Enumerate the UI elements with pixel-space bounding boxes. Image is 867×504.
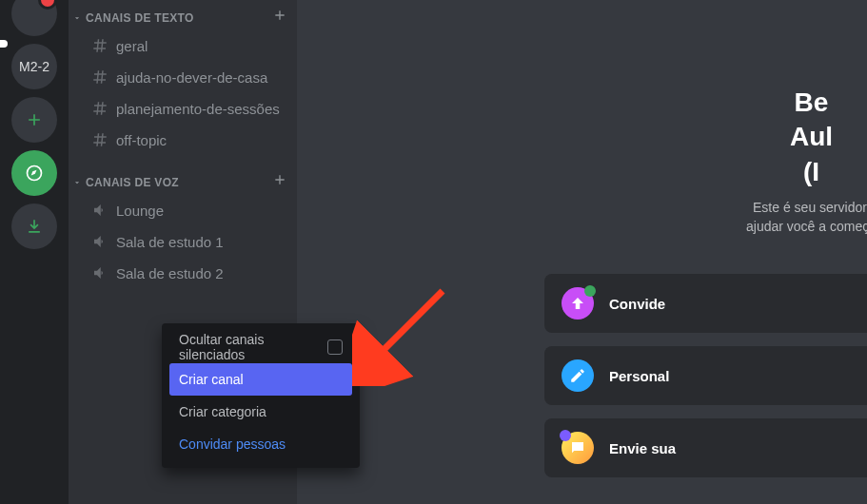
ctx-label: Criar categoria [179,404,343,419]
category-voice-channels[interactable]: CANAIS DE VOZ [69,165,297,194]
ctx-create-channel[interactable]: Criar canal [169,363,352,396]
card-title: Personal [609,368,669,384]
welcome-block: Be Aul (I Este é seu servidor, ajudar vo… [746,86,867,236]
voice-channel[interactable]: Sala de estudo 2 [76,258,289,288]
speaker-icon [91,202,110,219]
onboarding-cards: Convide Personal Envie sua [544,274,867,477]
category-label: CANAIS DE TEXTO [86,11,270,25]
category-label: CANAIS DE VOZ [86,176,270,189]
welcome-desc-line: Este é seu servidor, [753,200,867,215]
hash-icon [91,100,110,117]
card-title: Envie sua [609,440,676,456]
card-personalize[interactable]: Personal [544,346,867,405]
text-channel[interactable]: planejamento-de-sessões [76,93,289,124]
speaker-icon [91,233,110,250]
add-server-button[interactable] [11,97,57,143]
channel-name: Sala de estudo 2 [116,265,224,281]
text-channel[interactable]: off-topic [76,125,289,155]
server-rail: M2-2 [0,0,69,504]
add-channel-button[interactable] [270,8,289,28]
welcome-title-line: Aul [790,122,833,151]
card-send[interactable]: Envie sua [544,418,867,477]
main-content: Be Aul (I Este é seu servidor, ajudar vo… [297,0,867,504]
hash-icon [91,68,110,86]
ctx-label: Criar canal [179,372,343,387]
server-indicator-pill [0,40,8,48]
chevron-down-icon [72,174,86,191]
ctx-invite-people[interactable]: Convidar pessoas [169,428,352,460]
checkbox-icon[interactable] [327,339,343,355]
plus-icon [25,110,44,129]
compass-icon [25,164,44,183]
invite-icon [562,287,594,320]
pencil-icon [562,359,594,392]
server-icon-m22[interactable]: M2-2 [11,44,57,89]
voice-channel[interactable]: Sala de estudo 1 [76,226,289,257]
channel-name: Lounge [116,203,164,219]
add-channel-button[interactable] [270,172,289,192]
category-text-channels[interactable]: CANAIS DE TEXTO [69,0,297,29]
channel-name: geral [116,38,148,54]
server-label: M2-2 [19,59,49,74]
message-icon [562,432,594,464]
server-icon-top[interactable] [11,0,57,36]
chevron-down-icon [72,10,86,27]
ctx-label: Ocultar canais silenciados [179,332,327,362]
welcome-title-line: (I [803,157,819,186]
channel-name: off-topic [116,132,167,148]
card-title: Convide [609,296,665,312]
context-menu: Ocultar canais silenciados Criar canal C… [162,323,360,468]
ctx-mute-toggle[interactable]: Ocultar canais silenciados [169,331,352,363]
text-channel[interactable]: ajuda-no-dever-de-casa [76,62,289,92]
welcome-title-line: Be [795,87,829,117]
voice-channel[interactable]: Lounge [76,195,289,225]
channel-name: Sala de estudo 1 [116,234,224,250]
explore-servers-button[interactable] [11,150,57,196]
ctx-create-category[interactable]: Criar categoria [169,396,352,428]
card-invite[interactable]: Convide [544,274,867,333]
plus-icon [272,8,287,23]
welcome-desc-line: ajudar você a começa [746,219,867,234]
channel-name: ajuda-no-dever-de-casa [116,69,267,86]
text-channel[interactable]: geral [76,30,289,61]
plus-icon [272,172,287,187]
hash-icon [91,131,110,148]
speaker-icon [91,264,110,281]
channel-name: planejamento-de-sessões [116,101,280,117]
download-apps-button[interactable] [11,204,57,249]
hash-icon [91,37,110,54]
ctx-label: Convidar pessoas [179,436,343,452]
download-icon [25,217,44,236]
